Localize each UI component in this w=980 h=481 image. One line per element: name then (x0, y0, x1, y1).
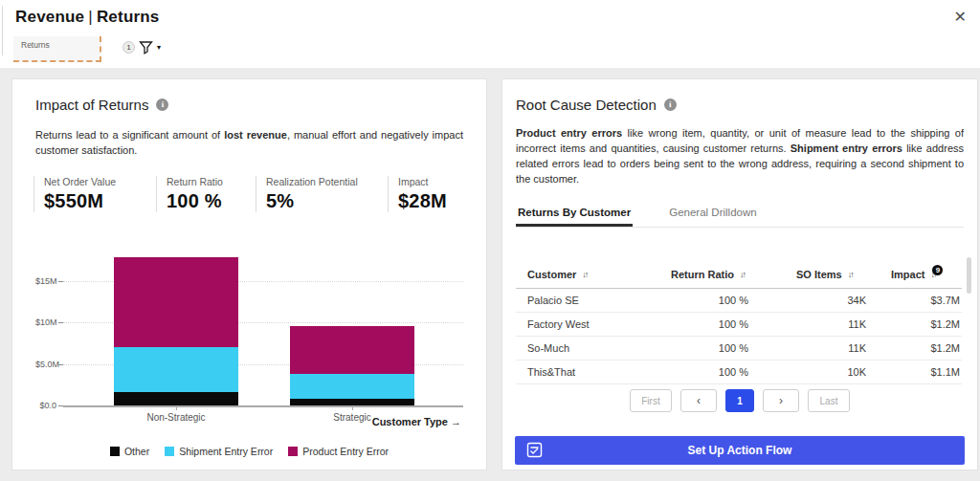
cta-label: Set Up Action Flow (688, 444, 792, 457)
return-ratio-cell: 100 % (659, 318, 769, 330)
kpi-label: Realization Potential (266, 176, 388, 187)
chevron-down-icon: ▾ (157, 43, 161, 52)
y-axis-tick (58, 322, 63, 323)
customer-cell: Palacio SE (516, 295, 659, 306)
bar-segment-product-entry-error[interactable] (114, 257, 238, 347)
legend-swatch (110, 447, 120, 456)
title-secondary: Returns (97, 8, 160, 26)
category-label-non-strategic: Non-Strategic (114, 412, 238, 423)
pagination-first-button[interactable]: First (630, 389, 672, 412)
kpi-value: 5% (266, 190, 388, 212)
bar-segment-product-entry-error[interactable] (290, 326, 414, 374)
bar-segment-other[interactable] (114, 392, 238, 405)
tab-general-drilldown[interactable]: General Drilldown (667, 207, 758, 227)
table-row[interactable]: Factory West100 %11K$1.2M (516, 313, 962, 337)
impact-cell: $1.1M (880, 366, 962, 378)
x-axis-tick (176, 405, 177, 410)
y-axis-label: $5.0M (35, 360, 56, 369)
so-items-cell: 11K (769, 318, 880, 330)
info-icon[interactable]: i (664, 98, 677, 111)
tab-returns-by-customer[interactable]: Returns By Customer (516, 207, 633, 227)
legend-item-product-entry-error[interactable]: Product Entry Error (288, 446, 389, 457)
legend-label: Other (124, 446, 149, 457)
y-axis-tick (58, 281, 63, 282)
so-items-cell: 34K (769, 295, 880, 306)
y-axis-label: $10M (35, 317, 56, 327)
title-primary: Revenue (15, 8, 84, 26)
customer-cell: This&That (516, 366, 659, 378)
table-header-row: Customer↓↑Return Ratio↓↑SO Items↓↑Impact… (516, 262, 962, 289)
x-axis-line (63, 405, 463, 407)
table-row[interactable]: This&That100 %10K$1.1M (516, 361, 962, 384)
column-header-so-items[interactable]: SO Items↓↑ (769, 269, 880, 280)
table-body: Palacio SE100 %34K$3.7MFactory West100 %… (516, 289, 962, 384)
legend-item-other[interactable]: Other (110, 446, 149, 457)
bar-segment-other[interactable] (290, 399, 414, 405)
column-label: Return Ratio (671, 269, 734, 280)
table-row[interactable]: So-Much100 %11K$1.2M (516, 337, 962, 361)
legend-item-shipment-entry-error[interactable]: Shipment Entry Error (165, 446, 273, 457)
table-row[interactable]: Palacio SE100 %34K$3.7M (516, 289, 962, 313)
sort-icon: ↓↑ (582, 270, 587, 279)
impact-cell: $1.2M (880, 342, 962, 354)
y-axis-tick (58, 364, 63, 365)
column-label: Impact (891, 269, 924, 280)
return-ratio-cell: 100 % (659, 342, 769, 354)
right-panel-description: Product entry errors like wrong item, qu… (516, 126, 964, 187)
customer-cell: Factory West (516, 318, 659, 330)
y-axis-label: $15M (35, 276, 56, 286)
kpi-value: $28M (398, 190, 447, 212)
impact-of-returns-panel: Impact of Returns i Returns lead to a si… (11, 78, 487, 470)
so-items-cell: 11K (769, 342, 880, 354)
bar-segment-shipment-entry-error[interactable] (114, 347, 238, 392)
set-up-action-flow-button[interactable]: Set Up Action Flow (515, 436, 965, 465)
sort-icon: ↓↑ (740, 270, 745, 279)
kpi-return-ratio: Return Ratio100 % (156, 176, 256, 212)
kpi-value: 100 % (167, 190, 256, 212)
return-ratio-cell: 100 % (659, 366, 769, 378)
drilldown-tabs: Returns By CustomerGeneral Drilldown (516, 203, 964, 228)
kpi-value: $550M (44, 190, 156, 212)
kpi-realization-potential: Realization Potential5% (256, 176, 388, 212)
page-title: Revenue|Returns (15, 8, 160, 27)
x-axis-title: Customer Type → (372, 416, 461, 427)
legend-swatch (288, 447, 298, 456)
pagination-prev-button[interactable]: ‹ (680, 389, 717, 412)
pagination-page-button[interactable]: 1 (725, 389, 754, 412)
kpi-row: Net Order Value$550MReturn Ratio100 %Rea… (33, 176, 463, 212)
so-items-cell: 10K (769, 366, 880, 378)
sort-count-badge: 9 (932, 265, 943, 275)
left-panel-description: Returns lead to a significant amount of … (35, 128, 463, 159)
window-edge (2, 6, 3, 55)
chart-legend: OtherShipment Entry ErrorProduct Entry E… (12, 446, 486, 457)
column-label: Customer (527, 269, 576, 280)
kpi-impact: Impact$28M (388, 176, 447, 212)
legend-label: Product Entry Error (302, 446, 389, 457)
info-icon[interactable]: i (156, 98, 168, 111)
y-axis-label: $0.0 (35, 401, 56, 410)
table-scrollbar[interactable] (967, 257, 971, 294)
column-header-impact[interactable]: Impact↓↑9 (880, 269, 962, 280)
pagination-next-button[interactable]: › (763, 389, 799, 412)
bar-segment-shipment-entry-error[interactable] (290, 374, 414, 399)
root-cause-detection-panel: Root Cause Detection i Product entry err… (501, 78, 978, 470)
close-icon[interactable]: ✕ (954, 8, 967, 27)
column-header-customer[interactable]: Customer↓↑ (516, 269, 659, 280)
kpi-net-order-value: Net Order Value$550M (33, 176, 156, 212)
pagination-last-button[interactable]: Last (808, 389, 850, 412)
column-header-return-ratio[interactable]: Return Ratio↓↑ (659, 269, 769, 280)
content-background: Impact of Returns i Returns lead to a si… (0, 68, 980, 481)
filter-funnel-icon (139, 40, 153, 55)
filter-control[interactable]: 1 ▾ (122, 40, 161, 55)
impact-chart: $15M$10M$5.0M$0.0Non-StrategicStrategic (35, 242, 465, 433)
returns-filter-tab[interactable]: Returns (13, 36, 101, 62)
revenue-returns-window: Revenue|Returns ✕ Returns 1 ▾ Impact of … (0, 0, 980, 481)
impact-cell: $3.7M (880, 295, 962, 306)
kpi-label: Return Ratio (167, 176, 256, 187)
filter-count-badge: 1 (122, 41, 135, 54)
kpi-label: Net Order Value (44, 176, 156, 187)
left-panel-title: Impact of Returns (35, 97, 148, 113)
column-label: SO Items (796, 269, 842, 280)
legend-swatch (165, 447, 174, 456)
x-axis-tick (352, 405, 353, 410)
